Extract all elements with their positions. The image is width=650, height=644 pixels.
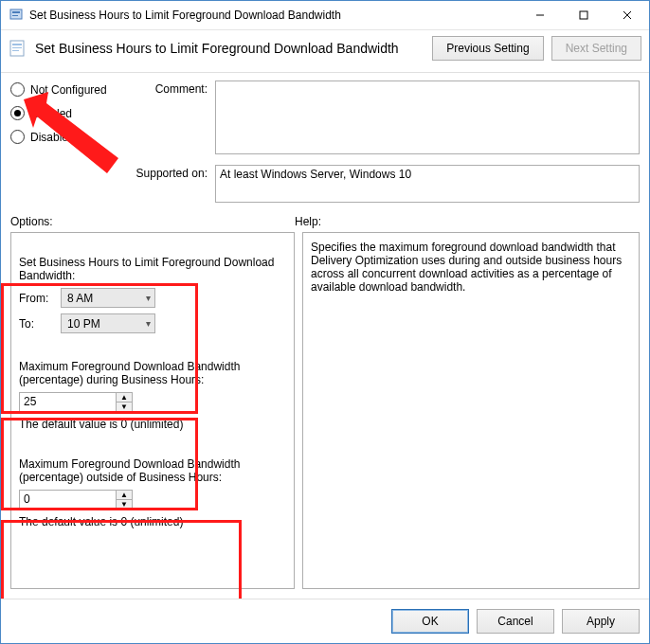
to-value: 10 PM [67, 317, 100, 331]
svg-rect-1 [12, 11, 20, 13]
from-label: From: [19, 292, 53, 305]
svg-rect-9 [12, 47, 22, 48]
svg-rect-0 [10, 9, 22, 19]
window: Set Business Hours to Limit Foreground D… [0, 0, 650, 644]
during-hours-title: Maximum Foreground Download Bandwidth (p… [19, 360, 286, 386]
window-title: Set Business Hours to Limit Foreground D… [29, 9, 518, 22]
options-label: Options: [10, 215, 295, 228]
minimize-button[interactable] [518, 1, 562, 29]
cancel-button[interactable]: Cancel [477, 609, 554, 634]
radio-icon [10, 130, 25, 144]
close-button[interactable] [605, 1, 649, 29]
policy-icon [9, 8, 24, 23]
state-and-comment-row: Not Configured Enabled Disabled Comment: [10, 80, 640, 206]
during-hours-spinner[interactable]: 25 ▲ ▼ [19, 392, 133, 412]
outside-hours-spinner[interactable]: 0 ▲ ▼ [19, 490, 133, 510]
ok-button[interactable]: OK [391, 609, 469, 634]
policy-document-icon [9, 39, 27, 58]
supported-on-label: Supported on: [132, 165, 208, 206]
panels: Set Business Hours to Limit Foreground D… [10, 232, 640, 589]
next-setting-button[interactable]: Next Setting [551, 36, 641, 61]
outside-hours-hint: The default value is 0 (unlimited) [19, 515, 286, 528]
svg-rect-8 [12, 44, 22, 45]
options-panel: Set Business Hours to Limit Foreground D… [10, 232, 295, 589]
supported-on-field [215, 165, 640, 203]
radio-label: Enabled [30, 107, 72, 120]
comment-label: Comment: [132, 80, 208, 157]
from-value: 8 AM [67, 292, 93, 305]
footer: OK Cancel Apply [1, 599, 649, 643]
spinner-up-icon[interactable]: ▲ [117, 393, 132, 402]
spinner-down-icon[interactable]: ▼ [117, 402, 132, 411]
comment-field[interactable] [215, 80, 640, 154]
spinner-down-icon[interactable]: ▼ [117, 500, 132, 509]
svg-rect-2 [12, 15, 18, 16]
business-hours-title: Set Business Hours to Limit Foreground D… [19, 256, 286, 282]
radio-not-configured[interactable]: Not Configured [10, 82, 124, 97]
panel-headers: Options: Help: [10, 215, 640, 228]
during-hours-hint: The default value is 0 (unlimited) [19, 418, 286, 431]
apply-button[interactable]: Apply [562, 609, 640, 634]
body: Not Configured Enabled Disabled Comment: [1, 73, 649, 599]
previous-setting-button[interactable]: Previous Setting [432, 36, 543, 61]
help-panel: Specifies the maximum foreground downloa… [302, 232, 640, 589]
radio-label: Not Configured [30, 83, 107, 97]
spinner-up-icon[interactable]: ▲ [117, 491, 132, 500]
titlebar: Set Business Hours to Limit Foreground D… [1, 1, 649, 30]
from-select[interactable]: 8 AM ▾ [61, 288, 155, 308]
radio-icon [10, 106, 25, 120]
chevron-down-icon: ▾ [146, 318, 151, 329]
radio-icon [10, 82, 25, 97]
outside-hours-value: 0 [20, 491, 116, 509]
help-text: Specifies the maximum foreground downloa… [311, 241, 631, 294]
radio-enabled[interactable]: Enabled [10, 106, 124, 120]
state-column: Not Configured Enabled Disabled [10, 80, 124, 144]
radio-label: Disabled [30, 131, 75, 144]
to-select[interactable]: 10 PM ▾ [61, 313, 155, 333]
during-hours-value: 25 [20, 393, 116, 411]
policy-title: Set Business Hours to Limit Foreground D… [35, 41, 424, 56]
radio-disabled[interactable]: Disabled [10, 130, 124, 144]
help-label: Help: [295, 215, 640, 228]
svg-rect-10 [12, 50, 19, 51]
outside-hours-title: Maximum Foreground Download Bandwidth (p… [19, 457, 286, 484]
maximize-button[interactable] [562, 1, 605, 29]
to-label: To: [19, 317, 53, 331]
policy-header: Set Business Hours to Limit Foreground D… [1, 30, 649, 73]
chevron-down-icon: ▾ [146, 293, 151, 303]
svg-rect-4 [580, 11, 587, 19]
